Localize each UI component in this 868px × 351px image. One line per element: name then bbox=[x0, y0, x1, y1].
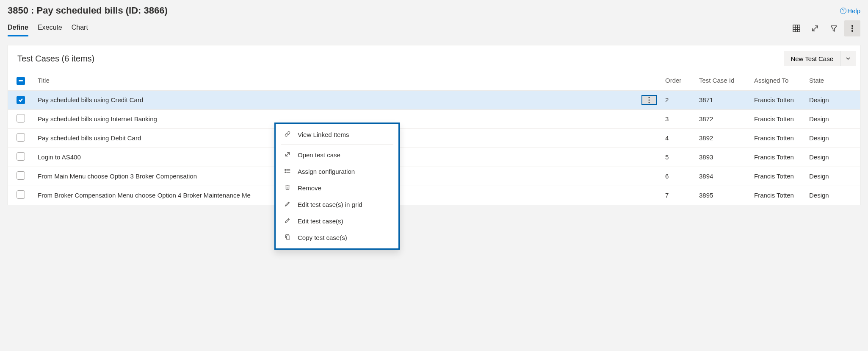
row-order: 7 bbox=[661, 186, 695, 205]
row-order: 5 bbox=[661, 148, 695, 167]
filter-button[interactable] bbox=[826, 20, 842, 36]
row-title: Pay scheduled bills using Debit Card bbox=[38, 134, 141, 142]
svg-point-16 bbox=[285, 169, 286, 170]
column-header-assigned[interactable]: Assigned To bbox=[750, 70, 805, 90]
column-header-state[interactable]: State bbox=[805, 70, 860, 90]
row-checkbox[interactable] bbox=[17, 133, 25, 142]
row-state: Design bbox=[805, 128, 860, 148]
row-checkbox[interactable] bbox=[17, 114, 25, 123]
tab-chart[interactable]: Chart bbox=[72, 20, 88, 36]
row-test-case-id: 3872 bbox=[695, 109, 750, 128]
select-all-checkbox[interactable] bbox=[17, 77, 25, 85]
row-checkbox[interactable] bbox=[17, 171, 25, 180]
row-assigned-to: Francis Totten bbox=[750, 167, 805, 186]
row-state: Design bbox=[805, 90, 860, 109]
table-row[interactable]: Pay scheduled bills using Internet Banki… bbox=[8, 109, 860, 128]
row-order: 2 bbox=[661, 90, 695, 109]
column-header-order[interactable]: Order bbox=[661, 70, 695, 90]
row-checkbox[interactable] bbox=[17, 190, 25, 199]
trash-icon bbox=[284, 184, 291, 192]
list-icon bbox=[284, 167, 291, 176]
menu-item-assign-configuration[interactable]: Assign configuration bbox=[276, 163, 398, 180]
svg-line-12 bbox=[286, 153, 290, 156]
table-row[interactable]: Pay scheduled bills using Credit Card238… bbox=[8, 90, 860, 109]
tab-execute[interactable]: Execute bbox=[38, 20, 62, 36]
table-row[interactable]: Pay scheduled bills using Debit Card4389… bbox=[8, 128, 860, 148]
menu-item-edit-test-case-s[interactable]: Edit test case(s) bbox=[276, 213, 398, 218]
more-vertical-icon bbox=[648, 97, 650, 103]
row-state: Design bbox=[805, 148, 860, 167]
svg-point-6 bbox=[852, 25, 853, 27]
svg-point-10 bbox=[649, 99, 650, 100]
menu-item-label: Open test case bbox=[298, 151, 340, 159]
test-cases-card: Test Cases (6 items) New Test Case Title… bbox=[8, 45, 860, 205]
grid-icon bbox=[793, 25, 800, 32]
menu-separator bbox=[281, 145, 393, 145]
svg-point-9 bbox=[649, 97, 650, 98]
menu-item-remove[interactable]: Remove bbox=[276, 180, 398, 196]
row-test-case-id: 3894 bbox=[695, 167, 750, 186]
grid-view-button[interactable] bbox=[788, 20, 804, 36]
svg-point-18 bbox=[285, 172, 286, 173]
tab-label: Define bbox=[8, 24, 28, 31]
row-state: Design bbox=[805, 167, 860, 186]
row-assigned-to: Francis Totten bbox=[750, 148, 805, 167]
toolbar bbox=[788, 20, 860, 36]
new-test-case-group: New Test Case bbox=[784, 51, 856, 66]
row-order: 4 bbox=[661, 128, 695, 148]
row-test-case-id: 3892 bbox=[695, 128, 750, 148]
pencil-icon bbox=[284, 217, 291, 218]
help-label: Help bbox=[847, 7, 860, 14]
row-assigned-to: Francis Totten bbox=[750, 186, 805, 205]
open-icon bbox=[284, 151, 291, 159]
row-test-case-id: 3895 bbox=[695, 186, 750, 205]
new-test-case-dropdown[interactable] bbox=[840, 51, 856, 66]
row-assigned-to: Francis Totten bbox=[750, 90, 805, 109]
row-test-case-id: 3893 bbox=[695, 148, 750, 167]
more-vertical-icon bbox=[851, 25, 853, 32]
row-title: Login to AS400 bbox=[38, 153, 81, 161]
row-checkbox[interactable] bbox=[17, 152, 25, 161]
svg-rect-0 bbox=[793, 25, 800, 32]
row-order: 6 bbox=[661, 167, 695, 186]
new-test-case-button[interactable]: New Test Case bbox=[784, 51, 840, 66]
expand-button[interactable] bbox=[807, 20, 823, 36]
menu-item-label: Remove bbox=[298, 184, 321, 192]
row-more-actions-button[interactable] bbox=[641, 95, 657, 105]
menu-item-label: Edit test case(s) bbox=[298, 217, 343, 218]
svg-rect-19 bbox=[286, 186, 289, 189]
context-menu: View Linked ItemsOpen test caseAssign co… bbox=[274, 123, 400, 218]
tab-define[interactable]: Define bbox=[8, 20, 28, 36]
column-header-title[interactable]: Title bbox=[33, 70, 661, 90]
menu-item-view-linked-items[interactable]: View Linked Items bbox=[276, 126, 398, 143]
row-assigned-to: Francis Totten bbox=[750, 109, 805, 128]
menu-item-open-test-case[interactable]: Open test case bbox=[276, 147, 398, 163]
row-checkbox[interactable] bbox=[17, 96, 25, 104]
menu-item-label: View Linked Items bbox=[298, 131, 349, 138]
row-assigned-to: Francis Totten bbox=[750, 128, 805, 148]
help-link[interactable]: ? Help bbox=[840, 7, 860, 14]
table-row[interactable]: From Main Menu choose Option 3 Broker Co… bbox=[8, 167, 860, 186]
row-title: Pay scheduled bills using Internet Banki… bbox=[38, 115, 157, 123]
pencil-icon bbox=[284, 201, 291, 209]
card-title: Test Cases (6 items) bbox=[17, 54, 94, 64]
help-icon: ? bbox=[840, 8, 846, 14]
tab-label: Execute bbox=[38, 24, 62, 31]
svg-point-7 bbox=[852, 28, 853, 29]
expand-icon bbox=[811, 25, 819, 32]
menu-item-label: Edit test case(s) in grid bbox=[298, 201, 362, 208]
test-cases-table: Title Order Test Case Id Assigned To Sta… bbox=[8, 70, 860, 205]
svg-point-11 bbox=[649, 102, 650, 103]
menu-item-label: Assign configuration bbox=[298, 168, 355, 175]
table-row[interactable]: From Broker Compensation Menu choose Opt… bbox=[8, 186, 860, 205]
chevron-down-icon bbox=[846, 56, 851, 61]
more-options-button[interactable] bbox=[844, 20, 860, 36]
table-row[interactable]: Login to AS40053893Francis TottenDesign bbox=[8, 148, 860, 167]
svg-point-8 bbox=[852, 31, 853, 32]
column-header-id[interactable]: Test Case Id bbox=[695, 70, 750, 90]
row-state: Design bbox=[805, 186, 860, 205]
row-title: From Main Menu choose Option 3 Broker Co… bbox=[38, 173, 197, 180]
menu-item-edit-test-case-s-in-grid[interactable]: Edit test case(s) in grid bbox=[276, 196, 398, 213]
tab-label: Chart bbox=[72, 24, 88, 31]
row-title: Pay scheduled bills using Credit Card bbox=[38, 96, 143, 103]
